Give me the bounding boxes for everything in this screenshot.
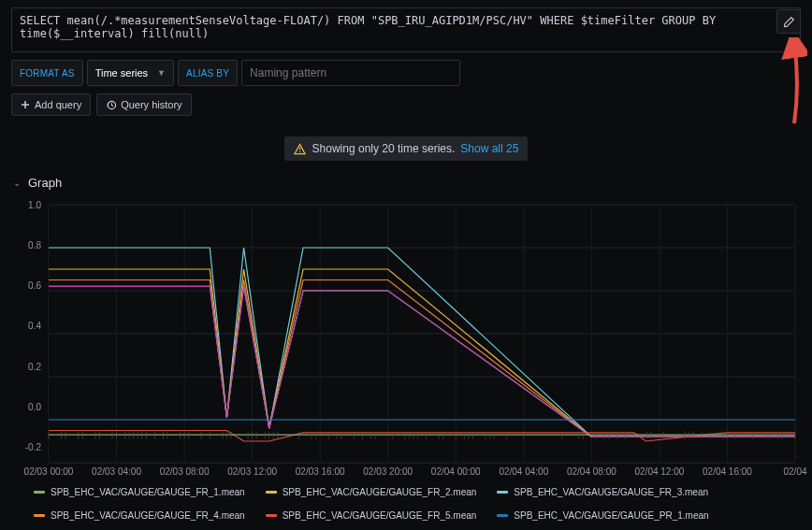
legend-label: SPB_EHC_VAC/GAUGE/GAUGE_FR_2.mean: [283, 487, 477, 497]
legend: SPB_EHC_VAC/GAUGE/GAUGE_FR_1.meanSPB_EHC…: [34, 487, 801, 530]
x-tick: 02/04 08:00: [567, 466, 616, 477]
legend-item[interactable]: SPB_EHC_VAC/GAUGE/GAUGE_FR_3.mean: [497, 487, 708, 497]
edit-button[interactable]: [776, 9, 801, 34]
legend-item[interactable]: SPB_EHC_VAC/GAUGE/GAUGE_FR_1.mean: [34, 487, 245, 497]
legend-swatch: [34, 514, 45, 517]
x-tick: 02/04 00:00: [431, 466, 481, 477]
x-tick: 02/03 08:00: [160, 466, 210, 477]
legend-swatch: [34, 491, 45, 494]
pencil-icon: [783, 16, 795, 28]
legend-item[interactable]: SPB_EHC_VAC/GAUGE/GAUGE_FR_2.mean: [266, 487, 477, 497]
alias-by-input[interactable]: [241, 60, 460, 86]
chevron-down-icon: ⌄: [13, 178, 21, 188]
y-tick: 0.2: [28, 361, 41, 371]
legend-label: SPB_EHC_VAC/GAUGE/GAUGE_FR_5.mean: [283, 510, 477, 521]
y-tick: 1.0: [28, 199, 41, 209]
legend-swatch: [266, 514, 277, 517]
plot-canvas: [11, 199, 801, 480]
x-tick: 02/03 00:00: [24, 466, 74, 477]
x-tick: 02/03 12:00: [227, 466, 277, 477]
legend-label: SPB_EHC_VAC/GAUGE/GAUGE_PR_1.mean: [514, 510, 708, 521]
graph-title: Graph: [28, 176, 62, 190]
legend-swatch: [497, 491, 508, 494]
format-as-select[interactable]: Time series ▼: [87, 60, 174, 86]
legend-label: SPB_EHC_VAC/GAUGE/GAUGE_FR_4.mean: [51, 510, 245, 521]
x-tick: 02/04 16:00: [703, 466, 752, 477]
legend-item[interactable]: SPB_EHC_VAC/GAUGE/GAUGE_FR_5.mean: [266, 510, 477, 521]
svg-rect-2: [299, 147, 300, 150]
graph-collapse-toggle[interactable]: ⌄ Graph: [11, 170, 801, 195]
info-bar: Showing only 20 time series. Show all 25: [0, 136, 812, 161]
y-tick: 0.8: [28, 239, 41, 250]
show-all-link[interactable]: Show all 25: [460, 142, 518, 155]
query-history-label: Query history: [121, 99, 181, 110]
y-tick: 0.0: [28, 401, 41, 411]
legend-label: SPB_EHC_VAC/GAUGE/GAUGE_FR_1.mean: [51, 487, 245, 497]
legend-swatch: [497, 514, 508, 517]
x-tick: 02/04 12:00: [634, 466, 684, 477]
series-limit-text: Showing only 20 time series.: [312, 142, 456, 155]
plus-icon: [21, 100, 30, 109]
legend-label: SPB_EHC_VAC/GAUGE/GAUGE_FR_3.mean: [514, 487, 708, 497]
series-limit-notice: Showing only 20 time series. Show all 25: [284, 136, 529, 161]
format-as-value: Time series: [95, 67, 148, 79]
query-text-input[interactable]: SELECT mean(/.*measurementSenseVoltage-F…: [11, 7, 801, 52]
query-options-row: FORMAT AS Time series ▼ ALIAS BY: [11, 60, 801, 86]
format-as-label: FORMAT AS: [11, 60, 83, 86]
y-axis-ticks: 1.00.80.60.40.20.0-0.2: [11, 199, 45, 463]
warning-icon: [294, 142, 307, 155]
query-history-button[interactable]: Query history: [96, 93, 191, 116]
x-tick: 02/03 20:00: [363, 466, 413, 477]
add-query-button[interactable]: Add query: [11, 93, 91, 116]
plot-area[interactable]: 1.00.80.60.40.20.0-0.2 02/03 00:0002/03 …: [11, 199, 801, 480]
x-tick: 02/04: [783, 466, 806, 477]
query-panel: SELECT mean(/.*measurementSenseVoltage-F…: [0, 0, 812, 116]
graph-section: ⌄ Graph 1.00.80.60.40.20.0-0.2 02/03 00:…: [0, 170, 812, 530]
x-axis-ticks: 02/03 00:0002/03 04:0002/03 08:0002/03 1…: [49, 466, 795, 480]
alias-by-label: ALIAS BY: [178, 60, 238, 86]
add-query-label: Add query: [35, 99, 81, 110]
x-tick: 02/04 04:00: [499, 466, 548, 477]
legend-item[interactable]: SPB_EHC_VAC/GAUGE/GAUGE_PR_1.mean: [497, 510, 708, 521]
history-icon: [106, 100, 116, 110]
chevron-down-icon: ▼: [157, 68, 166, 78]
y-tick: 0.6: [28, 280, 41, 291]
x-tick: 02/03 04:00: [92, 466, 141, 477]
x-tick: 02/03 16:00: [296, 466, 345, 477]
legend-item[interactable]: SPB_EHC_VAC/GAUGE/GAUGE_FR_4.mean: [34, 510, 245, 521]
y-tick: 0.4: [28, 321, 41, 331]
svg-point-1: [299, 150, 300, 151]
y-tick: -0.2: [25, 442, 41, 452]
legend-swatch: [266, 491, 277, 494]
query-actions-row: Add query Query history: [11, 93, 801, 116]
